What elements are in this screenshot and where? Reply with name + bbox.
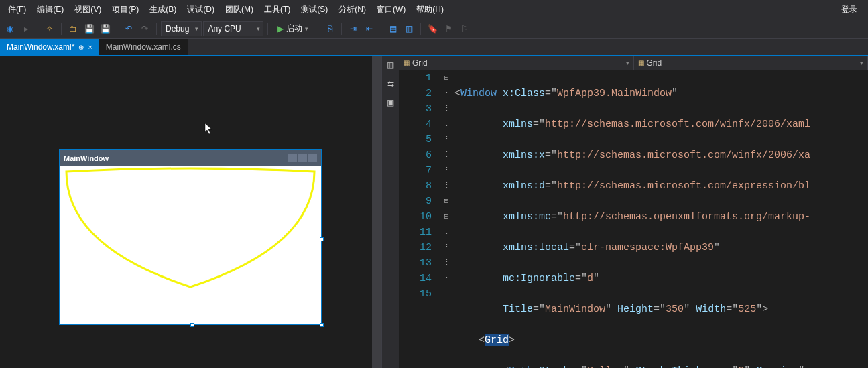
indent-icon[interactable]: ⇥ — [346, 21, 361, 36]
design-preview[interactable]: MainWindow — [59, 149, 322, 325]
splitter-toolbar: ▥ ⇆ ▣ — [382, 56, 399, 368]
back-icon[interactable]: ◉ — [3, 21, 17, 36]
comment-icon[interactable]: ▤ — [385, 21, 400, 36]
line-gutter: 123 456 789 101112 131415 — [399, 70, 440, 368]
save-icon[interactable]: 💾 — [82, 21, 97, 36]
new-item-icon[interactable]: ✧ — [42, 21, 57, 36]
save-all-icon[interactable]: 💾 — [98, 21, 113, 36]
login-link[interactable]: 登录 — [833, 1, 865, 18]
menu-tools[interactable]: 工具(T) — [259, 1, 296, 18]
menu-window[interactable]: 窗口(W) — [371, 1, 411, 18]
nav-member-combo[interactable]: ▦ Grid — [634, 56, 869, 70]
code-pane: ▦ Grid ▦ Grid 123 456 789 101112 131415 … — [399, 56, 868, 368]
start-debug-button[interactable]: ▶ 启动 ▾ — [272, 21, 314, 36]
menu-analyze[interactable]: 分析(N) — [333, 1, 371, 18]
menu-file[interactable]: 件(F) — [3, 1, 32, 18]
bookmark-icon[interactable]: 🔖 — [425, 21, 440, 36]
pin-icon[interactable]: ⊕ — [78, 44, 84, 51]
menu-bar: 件(F) 编辑(E) 视图(V) 项目(P) 生成(B) 调试(D) 团队(M)… — [0, 0, 868, 19]
menu-view[interactable]: 视图(V) — [69, 1, 107, 18]
nav-member-label: Grid — [647, 58, 662, 68]
menu-team[interactable]: 团队(M) — [220, 1, 259, 18]
menu-project[interactable]: 项目(P) — [107, 1, 144, 18]
preview-body — [60, 166, 321, 324]
designer-pane: MainWindow — [0, 56, 382, 368]
designer-scrollbar[interactable] — [372, 56, 381, 368]
swap-panes-icon[interactable]: ▥ — [385, 60, 396, 70]
play-icon: ▶ — [277, 24, 284, 34]
menu-edit[interactable]: 编辑(E) — [32, 1, 69, 18]
code-navbar: ▦ Grid ▦ Grid — [399, 56, 868, 70]
nav-scope-combo[interactable]: ▦ Grid — [399, 56, 634, 70]
menu-help[interactable]: 帮助(H) — [411, 1, 449, 18]
preview-titlebar: MainWindow — [60, 150, 321, 166]
undo-icon[interactable]: ↶ — [121, 21, 136, 36]
element-icon: ▦ — [404, 59, 410, 66]
close-icon[interactable]: × — [88, 43, 92, 51]
menu-build[interactable]: 生成(B) — [144, 1, 182, 18]
misc2-icon[interactable]: ⚐ — [457, 21, 472, 36]
platform-combo[interactable]: Any CPU — [203, 21, 263, 36]
min-icon — [288, 154, 297, 162]
fold-gutter[interactable]: ⊟⋮⋮⋮⋮⋮⋮⋮ ⊟⊟⋮⋮⋮⋮ — [440, 70, 453, 368]
misc-icon[interactable]: ⚑ — [441, 21, 456, 36]
document-tabs: MainWindow.xaml* ⊕ × MainWindow.xaml.cs — [0, 39, 868, 55]
menu-test[interactable]: 测试(S) — [296, 1, 333, 18]
outdent-icon[interactable]: ⇤ — [362, 21, 377, 36]
uncomment-icon[interactable]: ▥ — [401, 21, 416, 36]
menu-debug[interactable]: 调试(D) — [182, 1, 220, 18]
start-label: 启动 — [286, 23, 302, 34]
code-editor[interactable]: 123 456 789 101112 131415 ⊟⋮⋮⋮⋮⋮⋮⋮ ⊟⊟⋮⋮⋮… — [399, 70, 868, 368]
max-icon — [298, 154, 307, 162]
layout-icon[interactable]: ▣ — [385, 97, 396, 108]
sync-icon[interactable]: ⇆ — [385, 78, 396, 89]
tab-mainwindow-xaml[interactable]: MainWindow.xaml* ⊕ × — [0, 39, 99, 55]
forward-icon[interactable]: ▸ — [19, 21, 34, 36]
element-icon: ▦ — [638, 59, 644, 66]
tab-label: MainWindow.xaml.cs — [106, 42, 181, 52]
step-icon[interactable]: ⎘ — [322, 21, 337, 36]
open-icon[interactable]: 🗀 — [66, 21, 80, 36]
tab-label: MainWindow.xaml* — [7, 42, 74, 52]
code-body[interactable]: <Window x:Class="WpfApp39.MainWindow" xm… — [453, 70, 868, 368]
main-split: MainWindow ▥ ⇆ ▣ ▦ — [0, 55, 868, 368]
close-window-icon — [308, 154, 317, 162]
preview-title: MainWindow — [64, 154, 109, 162]
redo-icon[interactable]: ↷ — [137, 21, 152, 36]
nav-scope-label: Grid — [412, 58, 428, 68]
toolbar: ◉ ▸ ✧ 🗀 💾 💾 ↶ ↷ Debug Any CPU ▶ 启动 ▾ ⎘ ⇥… — [0, 19, 868, 39]
tab-mainwindow-xaml-cs[interactable]: MainWindow.xaml.cs — [99, 39, 188, 55]
config-combo[interactable]: Debug — [161, 21, 202, 36]
cursor-icon — [204, 123, 214, 137]
